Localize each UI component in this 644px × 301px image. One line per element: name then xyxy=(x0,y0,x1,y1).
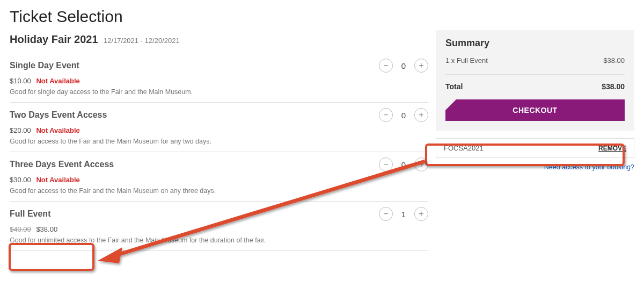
ticket-desc: Good for access to the Fair and the Main… xyxy=(10,187,428,195)
ticket-row: Full Event − 1 + $40.00 $38.00 Good for … xyxy=(10,202,428,251)
promo-remove-button[interactable]: REMOVE xyxy=(598,145,626,152)
booking-access-link-wrap: Need access to your booking? xyxy=(436,163,634,171)
qty-plus-button[interactable]: + xyxy=(414,59,428,73)
ticket-name: Single Day Event xyxy=(10,61,79,70)
qty-minus-button[interactable]: − xyxy=(379,108,393,122)
summary-divider xyxy=(445,74,625,75)
event-dates: 12/17/2021 - 12/20/2021 xyxy=(104,37,180,45)
ticket-desc: Good for unlimited access to the Fair an… xyxy=(10,236,428,244)
qty-plus-button[interactable]: + xyxy=(414,207,428,221)
not-available-badge: Not Available xyxy=(36,126,79,134)
price-value: $20.00 xyxy=(10,126,31,134)
not-available-badge: Not Available xyxy=(36,77,79,85)
ticket-list: Holiday Fair 2021 12/17/2021 - 12/20/202… xyxy=(10,30,436,251)
qty-value: 0 xyxy=(398,61,409,70)
qty-minus-button[interactable]: − xyxy=(379,157,393,171)
summary-item-amount: $38.00 xyxy=(603,56,625,64)
price-value: $38.00 xyxy=(36,225,57,233)
ticket-name: Full Event xyxy=(10,209,50,219)
checkout-button[interactable]: CHECKOUT xyxy=(445,99,625,121)
qty-value: 0 xyxy=(398,111,409,120)
summary-total-amount: $38.00 xyxy=(602,82,625,91)
summary-item-label: 1 x Full Event xyxy=(445,56,488,64)
summary-total-label: Total xyxy=(445,82,463,91)
ticket-row: Single Day Event − 0 + $10.00 Not Availa… xyxy=(10,53,428,103)
ticket-price: $30.00 Not Available xyxy=(10,176,428,184)
quantity-stepper: − 1 + xyxy=(379,207,428,221)
quantity-stepper: − 0 + xyxy=(379,59,428,73)
page-title: Ticket Selection xyxy=(10,8,644,26)
summary-heading: Summary xyxy=(445,38,625,49)
quantity-stepper: − 0 + xyxy=(379,157,428,171)
not-available-badge: Not Available xyxy=(36,176,79,184)
qty-value: 0 xyxy=(398,160,409,169)
promo-code-value: FOCSA2021 xyxy=(444,144,484,152)
summary-line-item: 1 x Full Event $38.00 xyxy=(445,54,625,67)
qty-plus-button[interactable]: + xyxy=(414,108,428,122)
ticket-price: $40.00 $38.00 xyxy=(10,225,428,233)
ticket-price: $20.00 Not Available xyxy=(10,126,428,134)
qty-value: 1 xyxy=(398,210,409,219)
booking-access-link[interactable]: Need access to your booking? xyxy=(544,163,634,171)
ticket-desc: Good for single day access to the Fair a… xyxy=(10,88,428,96)
summary-total: Total $38.00 xyxy=(445,80,625,97)
ticket-desc: Good for access to the Fair and the Main… xyxy=(10,138,428,145)
event-title: Holiday Fair 2021 xyxy=(10,33,98,45)
summary-panel: Summary 1 x Full Event $38.00 Total $38.… xyxy=(436,30,634,171)
ticket-row: Two Days Event Access − 0 + $20.00 Not A… xyxy=(10,103,428,152)
price-value: $10.00 xyxy=(10,77,31,85)
summary-box: Summary 1 x Full Event $38.00 Total $38.… xyxy=(436,30,634,131)
quantity-stepper: − 0 + xyxy=(379,108,428,122)
original-price: $40.00 xyxy=(10,225,31,233)
qty-plus-button[interactable]: + xyxy=(414,157,428,171)
ticket-name: Two Days Event Access xyxy=(10,110,107,120)
ticket-name: Three Days Event Access xyxy=(10,160,114,169)
promo-code-row: FOCSA2021 REMOVE xyxy=(436,138,634,158)
ticket-row: Three Days Event Access − 0 + $30.00 Not… xyxy=(10,152,428,202)
event-header: Holiday Fair 2021 12/17/2021 - 12/20/202… xyxy=(10,33,428,46)
ticket-price: $10.00 Not Available xyxy=(10,77,428,85)
price-value: $30.00 xyxy=(10,176,31,184)
qty-minus-button[interactable]: − xyxy=(379,59,393,73)
content-wrap: Holiday Fair 2021 12/17/2021 - 12/20/202… xyxy=(0,30,644,251)
qty-minus-button[interactable]: − xyxy=(379,207,393,221)
